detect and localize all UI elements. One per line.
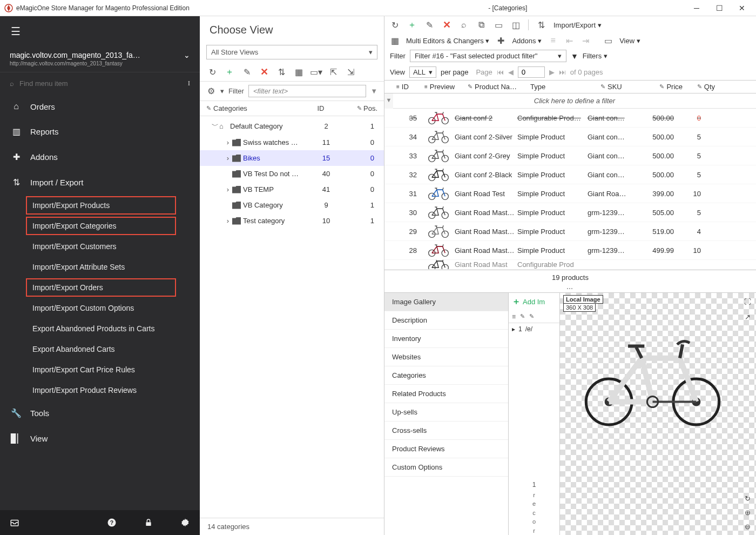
collapse-icon[interactable]: ⇲ [346, 67, 355, 77]
gear-icon[interactable] [180, 518, 190, 527]
import-export-dropdown[interactable]: Import/Export ▾ [554, 21, 602, 29]
addons-dropdown[interactable]: Addons ▾ [512, 37, 542, 45]
dropdown-small-icon[interactable]: ▾ [220, 87, 224, 95]
details-tab[interactable]: Product Reviews [384, 440, 508, 458]
category-tree-row[interactable]: VB Category91 [200, 197, 384, 213]
close-button[interactable]: ✕ [737, 3, 747, 14]
indent-right-icon[interactable]: ⇥ [580, 36, 590, 45]
rotate-icon[interactable]: ↻ [742, 493, 753, 504]
sub-import-export-customers[interactable]: Import/Export Customers [0, 236, 200, 257]
store-view-select[interactable]: All Store Views▾ [206, 45, 377, 59]
zoom-in-icon[interactable]: ⊕ [742, 507, 753, 518]
product-row[interactable]: 29Giant Road Mast…Simple Productgrm-1239… [384, 222, 756, 241]
move-icon[interactable]: ⇅ [276, 67, 286, 77]
menu-search[interactable]: ⌕ I [0, 72, 200, 94]
splitter-handle[interactable]: ⋯ [384, 285, 756, 292]
nav-view[interactable]: ▊▏View [0, 426, 200, 451]
details-tab[interactable]: Cross-sells [384, 422, 508, 440]
prev-page-icon[interactable]: ◀ [508, 68, 514, 76]
details-tab[interactable]: Description [384, 311, 508, 330]
details-tab[interactable]: Inventory [384, 330, 508, 348]
nav-tools[interactable]: 🔧Tools [0, 400, 200, 426]
fullscreen-icon[interactable]: ⛶ [742, 296, 753, 307]
sub-export-abandoned-products[interactable]: Export Abandoned Products in Carts [0, 318, 200, 339]
sub-import-export-reviews[interactable]: Import/Export Product Reviews [0, 380, 200, 400]
product-row[interactable]: 30Giant Road Mast…Simple Productgrm-1239… [384, 203, 756, 222]
page-input[interactable] [518, 66, 545, 78]
product-row[interactable]: 28Giant Road Mast…Simple Productgrm-1239… [384, 241, 756, 260]
details-tab[interactable]: Websites [384, 348, 508, 366]
per-page-select[interactable]: ALL▾ [409, 66, 436, 78]
edit-product-icon[interactable]: ✎ [424, 20, 434, 30]
copy-icon[interactable]: ⧉ [476, 20, 486, 30]
filter-select[interactable]: Filter #16 - "Fast selected product filt… [410, 50, 566, 62]
sort-asc-icon[interactable]: ≡ [548, 36, 558, 45]
details-tab[interactable]: Up-sells [384, 403, 508, 422]
sub-import-export-products[interactable]: Import/Export Products [26, 196, 176, 215]
view-dropdown[interactable]: View ▾ [619, 37, 640, 45]
sub-import-export-price-rules[interactable]: Import/Export Cart Price Rules [0, 359, 200, 380]
category-tree-row[interactable]: ›Swiss watches …110 [200, 135, 384, 150]
open-external-icon[interactable]: ↗ [742, 311, 753, 322]
first-page-icon[interactable]: ⏮ [497, 68, 504, 76]
zoom-out-icon[interactable]: ⊖ [742, 521, 753, 532]
sub-export-abandoned-carts[interactable]: Export Abandoned Carts [0, 339, 200, 359]
category-tree-row[interactable]: ﹀⌂Default Category21 [200, 117, 384, 135]
delete-icon[interactable]: ✕ [259, 67, 269, 77]
add-product-icon[interactable]: ＋ [407, 20, 417, 30]
add-image-button[interactable]: ＋Add Im [509, 293, 559, 311]
expand-icon[interactable]: ⇱ [328, 67, 338, 77]
puzzle-icon[interactable]: ✚ [496, 36, 505, 45]
transfer-icon[interactable]: ⇅ [536, 20, 546, 30]
product-row[interactable]: 33Giant conf 2-GreySimple ProductGiant c… [384, 146, 756, 165]
product-row[interactable]: Giant Road MastConfigurable Prod [384, 260, 756, 270]
category-tree-row[interactable]: ›Bikes150 [200, 150, 384, 166]
product-row[interactable]: 34Giant conf 2-SilverSimple ProductGiant… [384, 128, 756, 146]
filter-input[interactable]: <filter text> [248, 85, 366, 97]
details-tab[interactable]: Categories [384, 366, 508, 385]
details-tab[interactable]: Related Products [384, 385, 508, 403]
funnel-icon[interactable]: ▼ [370, 87, 377, 95]
sub-import-export-categories[interactable]: Import/Export Categories [26, 217, 176, 235]
store-switcher[interactable]: magic.voltov.com_magento_2013_fa…⌄ http:… [0, 46, 200, 72]
search-input[interactable] [19, 79, 183, 88]
last-page-icon[interactable]: ⏭ [559, 68, 566, 76]
nav-addons[interactable]: ✚Addons [0, 144, 200, 170]
hamburger-icon[interactable]: ☰ [0, 16, 200, 46]
sub-import-export-custom-options[interactable]: Import/Export Custom Options [0, 298, 200, 318]
nav-import-export[interactable]: ⇅Import / Export [0, 170, 200, 195]
delete-product-icon[interactable]: ✕ [442, 20, 451, 30]
sub-import-export-attr-sets[interactable]: Import/Export Attribute Sets [0, 257, 200, 277]
indent-left-icon[interactable]: ⇤ [564, 36, 574, 45]
layout-icon[interactable]: ▭ [603, 36, 613, 45]
minimize-button[interactable]: ─ [691, 3, 702, 14]
inbox-icon[interactable] [10, 518, 19, 527]
gear-small-icon[interactable]: ⚙ [206, 86, 216, 96]
filters-dropdown[interactable]: Filters ▾ [583, 52, 608, 60]
category-tree-row[interactable]: VB Test Do not …400 [200, 166, 384, 182]
nav-orders[interactable]: ⌂Orders [0, 94, 200, 119]
refresh-icon[interactable]: ↻ [207, 67, 217, 77]
add-icon[interactable]: ＋ [225, 67, 234, 77]
product-row[interactable]: 35Giant conf 2Configurable Prod…Giant co… [384, 109, 756, 128]
details-tab[interactable]: Image Gallery [384, 293, 508, 311]
multi-editors-dropdown[interactable]: Multi Editors & Changers ▾ [406, 37, 489, 45]
next-page-icon[interactable]: ▶ [549, 68, 555, 76]
lock-icon[interactable] [144, 518, 153, 527]
category-tree-row[interactable]: ›VB TEMP410 [200, 182, 384, 197]
crop-icon[interactable]: ◫ [511, 20, 521, 30]
product-row[interactable]: 31Giant Road TestSimple ProductGiant Roa… [384, 184, 756, 203]
funnel-small-icon[interactable]: ▼ [384, 93, 393, 109]
details-tab[interactable]: Custom Options [384, 458, 508, 477]
grid-icon[interactable]: ▦ [390, 36, 400, 45]
category-tree-row[interactable]: ›Test category101 [200, 213, 384, 229]
search-product-icon[interactable]: ⌕ [459, 20, 469, 30]
sub-import-export-orders[interactable]: Import/Export Orders [26, 278, 176, 297]
nav-reports[interactable]: ▥Reports [0, 119, 200, 144]
define-filter-row[interactable]: Click here to define a filter [393, 93, 756, 109]
help-icon[interactable]: ? [107, 518, 117, 527]
image-icon[interactable]: ▦ [294, 67, 303, 77]
product-row[interactable]: 32Giant conf 2-BlackSimple ProductGiant … [384, 165, 756, 184]
maximize-button[interactable]: ☐ [714, 3, 725, 14]
edit-icon[interactable]: ✎ [242, 67, 252, 77]
